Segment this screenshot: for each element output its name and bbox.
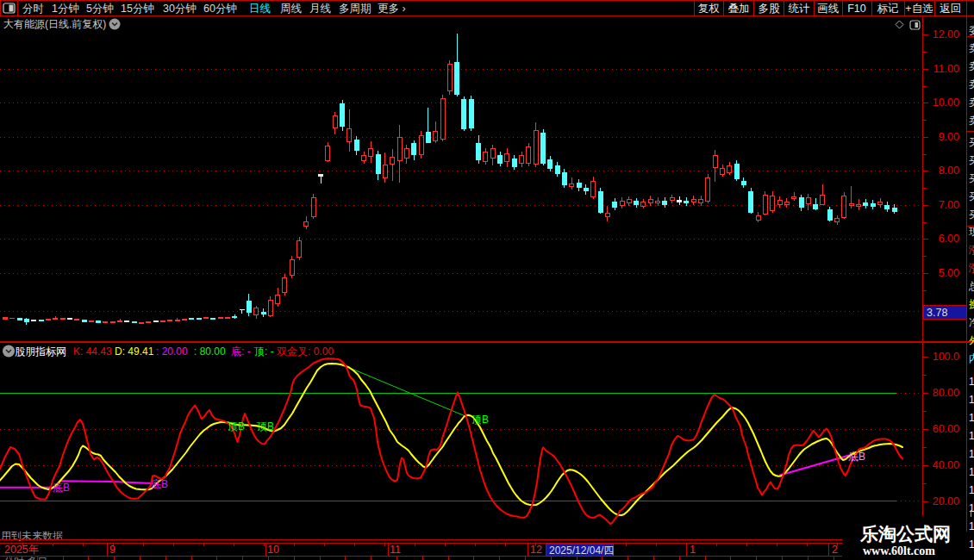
svg-text:底: -: 底: - — [231, 345, 251, 358]
svg-text:3.78: 3.78 — [927, 307, 947, 319]
svg-text:总: 总 — [968, 280, 974, 292]
svg-text:底B: 底B — [848, 451, 865, 463]
svg-text:画线: 画线 — [817, 3, 839, 15]
svg-text:8.00: 8.00 — [939, 165, 959, 177]
svg-text:2: 2 — [832, 544, 838, 556]
svg-text:F10: F10 — [847, 3, 866, 15]
svg-text:委: 委 — [969, 24, 974, 36]
svg-text:双金叉: 0.00: 双金叉: 0.00 — [277, 345, 334, 358]
svg-text:卖: 卖 — [969, 78, 974, 90]
svg-text:6.00: 6.00 — [939, 233, 959, 245]
svg-text:1: 1 — [969, 412, 974, 424]
svg-text:60.00: 60.00 — [933, 423, 959, 435]
svg-text:15分钟: 15分钟 — [121, 3, 154, 15]
svg-text:1: 1 — [690, 544, 696, 556]
svg-text:9.00: 9.00 — [939, 131, 959, 143]
svg-text:1: 1 — [969, 448, 974, 460]
svg-text:1分钟: 1分钟 — [52, 3, 79, 15]
svg-text:: 20.00: : 20.00 — [156, 345, 188, 358]
svg-text:40.00: 40.00 — [933, 459, 959, 471]
svg-text:涨: 涨 — [968, 244, 974, 256]
svg-text:1: 1 — [969, 430, 974, 442]
svg-text:卖: 卖 — [969, 96, 974, 109]
svg-text:月线: 月线 — [309, 3, 331, 15]
svg-text:: 80.00: : 80.00 — [194, 345, 226, 358]
svg-text:www.60lt.com: www.60lt.com — [863, 544, 935, 557]
svg-text:7.00: 7.00 — [939, 199, 959, 211]
svg-text:30分钟: 30分钟 — [163, 3, 197, 15]
svg-text:大有能源(日线.前复权): 大有能源(日线.前复权) — [3, 18, 106, 30]
svg-text:统计: 统计 — [789, 3, 811, 15]
svg-text:顶B: 顶B — [256, 420, 274, 432]
svg-text:买: 买 — [969, 172, 974, 184]
svg-text:12: 12 — [530, 544, 542, 556]
svg-text:涨: 涨 — [968, 262, 974, 274]
svg-text:5.00: 5.00 — [939, 267, 959, 279]
svg-text:卖: 卖 — [969, 60, 974, 72]
svg-text:5分钟: 5分钟 — [86, 3, 114, 15]
svg-text:卖: 卖 — [969, 115, 974, 127]
svg-text:买: 买 — [969, 136, 974, 148]
svg-text:11: 11 — [390, 544, 401, 556]
svg-text:12.00: 12.00 — [933, 28, 959, 40]
svg-text:净: 净 — [969, 316, 974, 328]
svg-text:周线: 周线 — [280, 3, 302, 15]
svg-text:更多 ›: 更多 › — [378, 3, 406, 15]
svg-text:20.00: 20.00 — [933, 495, 959, 507]
svg-text:卖: 卖 — [969, 42, 974, 54]
svg-text:返回: 返回 — [940, 3, 961, 15]
svg-text:11.00: 11.00 — [933, 63, 959, 75]
svg-text:60分钟: 60分钟 — [203, 3, 237, 15]
svg-text:D: 49.41: D: 49.41 — [115, 345, 154, 358]
svg-text:复权: 复权 — [698, 3, 721, 15]
svg-text:80.00: 80.00 — [933, 387, 959, 399]
svg-text:10: 10 — [267, 544, 279, 556]
svg-text:+自选: +自选 — [905, 3, 933, 15]
svg-text:多周期: 多周期 — [339, 3, 371, 15]
svg-text:1: 1 — [969, 376, 974, 388]
svg-text:外: 外 — [969, 334, 974, 346]
svg-text:10.00: 10.00 — [933, 96, 959, 109]
svg-text:标记: 标记 — [877, 3, 899, 15]
svg-text:分时 多日: 分时 多日 — [3, 556, 47, 560]
svg-text:1: 1 — [969, 484, 974, 496]
svg-text:100.0: 100.0 — [933, 351, 959, 363]
svg-text:叠加: 叠加 — [728, 3, 750, 15]
svg-text:顶: -: 顶: - — [253, 345, 274, 358]
svg-text:多股: 多股 — [759, 3, 781, 15]
svg-text:内: 内 — [969, 352, 974, 364]
svg-text:买: 买 — [969, 154, 974, 166]
svg-text:乐淘公式网: 乐淘公式网 — [859, 524, 951, 544]
svg-text:K: 44.43: K: 44.43 — [73, 345, 112, 358]
svg-text:1: 1 — [969, 394, 974, 406]
svg-text:底B: 底B — [151, 478, 168, 490]
svg-text:日线: 日线 — [249, 3, 271, 15]
svg-text:买: 买 — [969, 208, 974, 221]
svg-text:1: 1 — [969, 520, 974, 532]
svg-text:换: 换 — [969, 298, 974, 310]
svg-text:顶B: 顶B — [471, 414, 489, 426]
svg-text:现: 现 — [969, 226, 974, 238]
svg-text:1: 1 — [969, 466, 974, 478]
svg-text:2025年: 2025年 — [4, 544, 39, 556]
svg-text:1: 1 — [969, 538, 974, 551]
svg-text:买: 买 — [969, 190, 974, 202]
svg-text:9: 9 — [109, 544, 116, 556]
svg-text:分时: 分时 — [22, 3, 44, 15]
svg-text:顶B: 顶B — [227, 420, 245, 432]
svg-text:底B: 底B — [53, 482, 70, 494]
svg-text:股朋指标网: 股朋指标网 — [15, 345, 66, 358]
svg-text:2025/12/04/四: 2025/12/04/四 — [549, 544, 614, 557]
